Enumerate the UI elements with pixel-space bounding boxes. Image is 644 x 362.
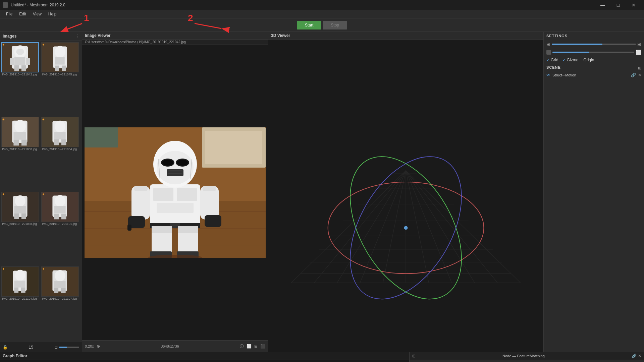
grid-checkbox[interactable]: ✓ Grid bbox=[546, 58, 558, 62]
maximize-button[interactable]: □ bbox=[610, 0, 626, 10]
menubar: File Edit View Help bbox=[0, 10, 644, 18]
thumb-img-6[interactable] bbox=[41, 192, 79, 222]
graph-canvas[interactable]: CameraInit FeatureExtraction ImageMatchi… bbox=[0, 360, 409, 362]
svg-rect-89 bbox=[152, 226, 172, 233]
thumb-stormtrooper-2 bbox=[42, 42, 78, 72]
scene-section: SCENE ⊞ 👁 Struct···Motion 🔗 ✕ bbox=[544, 64, 644, 79]
thumbnail-6[interactable]: ✦ IMG_201910···221101.jpg bbox=[41, 192, 80, 266]
thumb-stormtrooper-5 bbox=[2, 192, 39, 222]
images-footer-right: ⊡ bbox=[54, 345, 79, 350]
start-button[interactable]: Start bbox=[297, 21, 321, 29]
svg-rect-10 bbox=[26, 58, 30, 65]
svg-rect-66 bbox=[157, 203, 194, 213]
zoom-level: 0.20x bbox=[85, 344, 94, 348]
thumb-img-5[interactable] bbox=[1, 192, 39, 222]
thumb-img-4[interactable] bbox=[41, 117, 79, 147]
node-panel-close-icon[interactable]: ✕ bbox=[638, 354, 641, 358]
file-menu[interactable]: File bbox=[3, 11, 16, 17]
viewer-image[interactable] bbox=[82, 45, 268, 340]
grid-check-mark: ✓ bbox=[546, 58, 550, 62]
stop-button[interactable]: Stop bbox=[323, 21, 347, 29]
thumbnail-8[interactable]: ✦ IMG_201910···221107.jpg bbox=[41, 266, 80, 341]
svg-point-70 bbox=[157, 151, 194, 184]
thumbnail-1[interactable]: ✦ IMG_201910···221042.jpg bbox=[1, 42, 41, 116]
scene-expand-icon[interactable]: ⊞ bbox=[638, 66, 641, 70]
window-title: Untitled* - Meshroom 2019.2.0 bbox=[11, 3, 65, 7]
settings-slider-1[interactable] bbox=[552, 44, 636, 45]
3d-viewer-title: 3D Viewer bbox=[271, 33, 290, 38]
view-menu[interactable]: View bbox=[30, 11, 45, 17]
origin-label: Origin bbox=[583, 58, 594, 62]
thumb-img-8[interactable] bbox=[41, 266, 79, 297]
graph-connections bbox=[0, 360, 409, 362]
frame-icon[interactable]: ⬜ bbox=[247, 344, 252, 349]
svg-rect-29 bbox=[54, 139, 59, 145]
svg-rect-40 bbox=[54, 206, 65, 214]
bottom-area: Graph Editor CameraInit FeatureExtractio… bbox=[0, 352, 644, 362]
thumb-stormtrooper-4 bbox=[42, 117, 78, 147]
images-footer: 🔒 15 ⊡ bbox=[0, 342, 82, 352]
thumb-icon-1: ✦ bbox=[2, 43, 5, 47]
svg-rect-11 bbox=[14, 65, 19, 71]
scene-item-link-icon[interactable]: 🔗 bbox=[631, 73, 636, 77]
scene-item-close-icon[interactable]: ✕ bbox=[638, 73, 641, 77]
svg-rect-87 bbox=[205, 215, 221, 227]
3d-viewer-canvas[interactable] bbox=[268, 40, 543, 352]
svg-rect-12 bbox=[21, 65, 26, 71]
3d-grid bbox=[268, 40, 543, 352]
scene-item-eye-icon[interactable]: 👁 bbox=[546, 73, 550, 77]
svg-point-73 bbox=[162, 160, 173, 166]
grid-icon[interactable]: ⊞ bbox=[254, 344, 258, 349]
svg-point-21 bbox=[14, 120, 25, 132]
scene-item-label: Struct···Motion bbox=[552, 73, 629, 77]
svg-rect-48 bbox=[21, 288, 25, 293]
viewer-path: C:/Users/tom2r/Downloads/Photos (19)/IMG… bbox=[82, 40, 268, 45]
images-grid: ✦ IMG_201910···221042.jpg ✦ IMG_201910··… bbox=[0, 41, 82, 342]
info-icon[interactable]: ⓘ bbox=[240, 344, 244, 349]
scene-header: SCENE ⊞ bbox=[546, 65, 641, 71]
main-area: Images ⋮ bbox=[0, 32, 644, 352]
thumb-label-6: IMG_201910···221101.jpg bbox=[41, 222, 79, 226]
window-controls[interactable]: — □ ✕ bbox=[595, 0, 641, 10]
thumb-img-3[interactable] bbox=[1, 117, 39, 147]
thumb-img-7[interactable] bbox=[1, 266, 39, 297]
thumb-stormtrooper-8 bbox=[42, 266, 78, 297]
thumbnail-5[interactable]: ✦ IMG_201910···221058.jpg bbox=[1, 192, 41, 266]
images-panel: Images ⋮ bbox=[0, 32, 82, 352]
overlay-icon[interactable]: ⬛ bbox=[260, 344, 265, 349]
svg-rect-53 bbox=[54, 288, 58, 293]
thumbnail-2[interactable]: ✦ IMG_201910···221045.jpg bbox=[41, 42, 80, 116]
svg-rect-54 bbox=[61, 288, 66, 293]
edit-menu[interactable]: Edit bbox=[16, 11, 30, 17]
thumb-img-2[interactable] bbox=[41, 42, 79, 72]
svg-rect-82 bbox=[134, 186, 148, 191]
svg-rect-59 bbox=[85, 245, 266, 245]
svg-rect-24 bbox=[21, 140, 27, 146]
help-menu[interactable]: Help bbox=[45, 11, 60, 17]
settings-slider-1-end-icon: ⊞ bbox=[637, 42, 641, 47]
grid-label: Grid bbox=[551, 58, 558, 62]
svg-rect-86 bbox=[203, 186, 216, 191]
origin-checkbox[interactable]: Origin bbox=[582, 58, 594, 62]
zoom-icon[interactable]: ⊕ bbox=[97, 344, 100, 349]
minimize-button[interactable]: — bbox=[595, 0, 610, 10]
svg-line-3 bbox=[195, 23, 221, 28]
thumbnail-7[interactable]: ✦ IMG_201910···221104.jpg bbox=[1, 266, 41, 341]
node-panel-link-icon[interactable]: 🔗 bbox=[632, 354, 637, 358]
svg-point-39 bbox=[55, 195, 65, 207]
images-zoom-slider[interactable] bbox=[59, 347, 79, 348]
node-panel-menu-icon[interactable]: ⊞ bbox=[412, 354, 416, 358]
svg-rect-62 bbox=[85, 127, 118, 147]
close-button[interactable]: ✕ bbox=[626, 0, 641, 10]
images-menu-icon[interactable]: ⋮ bbox=[75, 34, 79, 39]
main-stormtrooper-image bbox=[85, 127, 266, 258]
settings-slider-2-fill bbox=[552, 52, 589, 53]
svg-rect-8 bbox=[14, 57, 25, 65]
thumb-icon-2: ✦ bbox=[42, 43, 45, 47]
svg-point-51 bbox=[55, 270, 65, 281]
settings-slider-2[interactable] bbox=[552, 52, 634, 53]
thumbnail-4[interactable]: ✦ IMG_201910···221054.jpg bbox=[41, 117, 80, 191]
gizmo-checkbox[interactable]: ✓ Gizmo bbox=[562, 58, 579, 62]
thumb-img-1[interactable] bbox=[1, 42, 39, 72]
thumbnail-3[interactable]: ✦ IMG_201910···221050.jpg bbox=[1, 117, 41, 191]
